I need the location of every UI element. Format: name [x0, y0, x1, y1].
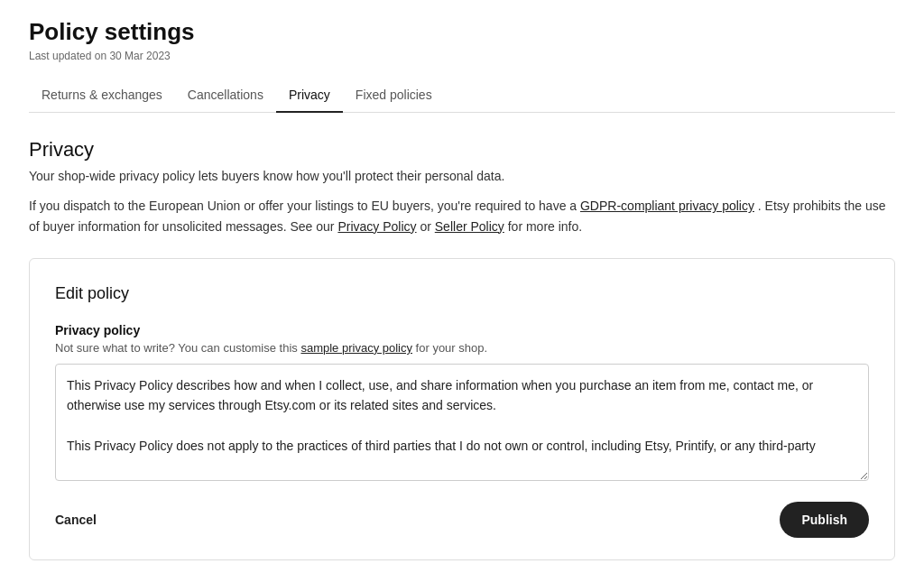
field-hint-prefix: Not sure what to write? You can customis…	[55, 341, 298, 355]
card-footer: Cancel Publish	[55, 502, 869, 538]
tab-privacy[interactable]: Privacy	[276, 79, 343, 113]
publish-button[interactable]: Publish	[780, 502, 869, 538]
info-text-1: If you dispatch to the European Union or…	[29, 199, 577, 213]
sample-privacy-link[interactable]: sample privacy policy	[300, 341, 412, 355]
field-hint-suffix: for your shop.	[416, 341, 488, 355]
policy-textarea[interactable]	[55, 364, 869, 481]
gdpr-link[interactable]: GDPR-compliant privacy policy	[580, 199, 754, 213]
tab-returns[interactable]: Returns & exchanges	[29, 79, 175, 113]
info-text-4: for more info.	[508, 219, 582, 234]
tabs-nav: Returns & exchanges Cancellations Privac…	[29, 79, 895, 113]
tab-fixed[interactable]: Fixed policies	[343, 79, 445, 113]
page-title: Policy settings	[29, 18, 895, 46]
edit-policy-card: Edit policy Privacy policy Not sure what…	[29, 258, 895, 560]
privacy-policy-field: Privacy policy Not sure what to write? Y…	[55, 323, 869, 484]
last-updated-text: Last updated on 30 Mar 2023	[29, 50, 895, 62]
field-label: Privacy policy	[55, 323, 869, 337]
privacy-section-desc: Your shop-wide privacy policy lets buyer…	[29, 169, 895, 183]
seller-policy-link[interactable]: Seller Policy	[435, 219, 504, 234]
card-title: Edit policy	[55, 284, 869, 303]
privacy-section-title: Privacy	[29, 138, 895, 162]
cancel-button[interactable]: Cancel	[55, 505, 97, 534]
tab-cancellations[interactable]: Cancellations	[175, 79, 276, 113]
info-text-3: or	[420, 219, 430, 234]
privacy-policy-link[interactable]: Privacy Policy	[337, 219, 416, 234]
field-hint: Not sure what to write? You can customis…	[55, 341, 869, 355]
privacy-info-text: If you dispatch to the European Union or…	[29, 196, 895, 236]
